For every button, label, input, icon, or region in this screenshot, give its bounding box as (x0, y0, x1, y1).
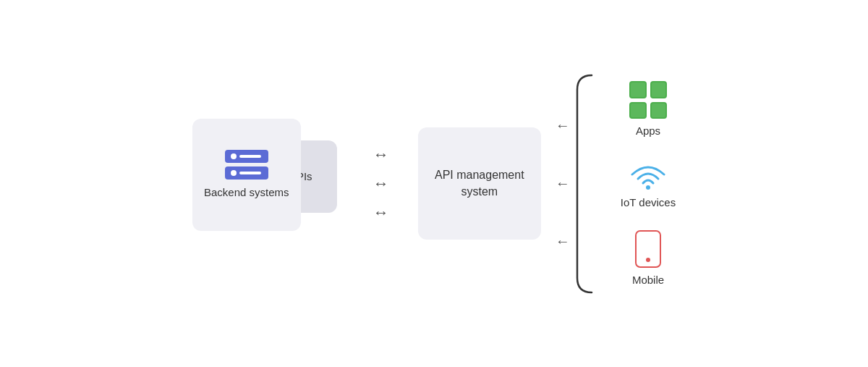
backend-label: Backend systems (204, 185, 289, 200)
right-arrow-1: ← (556, 117, 570, 134)
api-management-label: API management system (418, 167, 541, 200)
iot-item: IoT devices (621, 159, 676, 208)
right-arrow-3: ← (556, 233, 570, 250)
right-items-group: Apps IoT devices (621, 81, 676, 286)
right-arrow-2: ← (556, 175, 570, 192)
left-arrows: ↔ ↔ ↔ (373, 147, 389, 221)
apps-label: Apps (636, 125, 660, 137)
arrow-1: ↔ (373, 147, 389, 163)
iot-label: IoT devices (621, 196, 676, 208)
mobile-icon (635, 230, 661, 268)
backend-group: Backend systems APIs (192, 119, 337, 249)
app-square-2 (650, 81, 668, 98)
backend-card: Backend systems (192, 119, 301, 231)
server-bar-bottom (225, 166, 268, 180)
api-management-card: API management system (418, 127, 541, 240)
apps-item: Apps (629, 81, 667, 137)
right-section: ← ← ← Apps (556, 68, 676, 300)
mobile-home-button (646, 258, 650, 262)
server-icon (225, 150, 268, 180)
wifi-icon (629, 159, 668, 190)
arrow-3: ↔ (373, 205, 389, 221)
mobile-item: Mobile (632, 230, 664, 286)
right-arrows: ← ← ← (556, 97, 570, 271)
mobile-label: Mobile (632, 274, 664, 286)
architecture-diagram: Backend systems APIs ↔ ↔ ↔ API managemen… (192, 68, 676, 300)
arrow-2: ↔ (373, 176, 389, 192)
right-bracket (570, 68, 599, 300)
app-square-4 (650, 102, 668, 119)
app-square-1 (629, 81, 647, 98)
app-square-3 (629, 102, 647, 119)
apps-icon (629, 81, 667, 119)
svg-point-0 (646, 185, 650, 190)
server-bar-top (225, 150, 268, 163)
